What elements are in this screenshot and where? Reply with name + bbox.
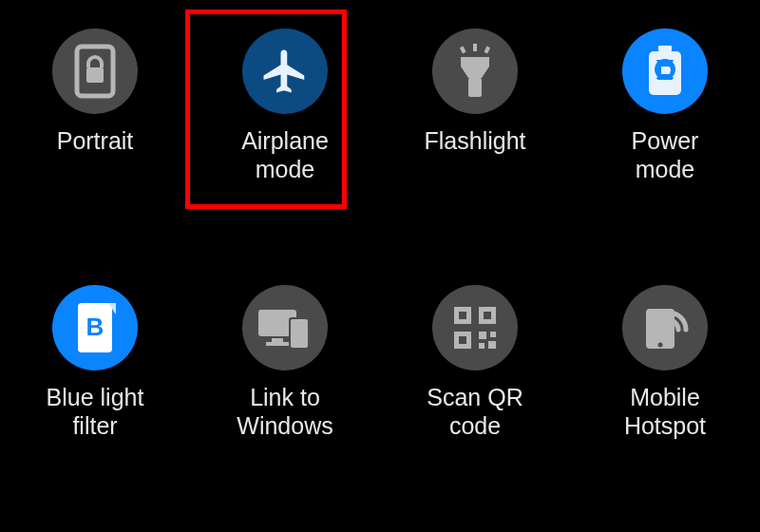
svg-rect-28 (490, 332, 496, 337)
svg-rect-7 (484, 46, 490, 53)
svg-rect-1 (86, 67, 104, 83)
tile-label: Link to Windows (209, 384, 361, 440)
tile-flashlight[interactable]: Flashlight (399, 28, 551, 156)
svg-rect-27 (479, 332, 486, 339)
svg-rect-20 (272, 338, 283, 342)
tile-label: Power mode (589, 127, 741, 183)
svg-rect-32 (484, 312, 491, 319)
portrait-lock-icon (52, 28, 138, 114)
tile-label: Scan QR code (399, 384, 551, 440)
quick-settings-panel: Portrait Airplane mode Flashlight Power … (0, 0, 760, 532)
svg-rect-31 (459, 312, 466, 319)
svg-rect-33 (459, 336, 466, 344)
svg-rect-5 (473, 44, 477, 51)
svg-text:B: B (86, 313, 104, 341)
svg-point-35 (658, 343, 663, 348)
tile-portrait[interactable]: Portrait (19, 28, 171, 156)
link-to-windows-icon (242, 285, 328, 370)
svg-rect-2 (461, 57, 489, 66)
svg-rect-8 (658, 46, 672, 51)
svg-marker-3 (461, 66, 489, 78)
svg-rect-4 (468, 78, 482, 97)
tile-label: Blue light filter (19, 384, 171, 440)
svg-rect-30 (488, 341, 496, 349)
svg-point-36 (667, 326, 673, 332)
tile-linkwin[interactable]: Link to Windows (209, 285, 361, 440)
qr-code-icon (432, 285, 518, 370)
tile-label: Mobile Hotspot (589, 384, 741, 440)
tile-power[interactable]: Power mode (589, 28, 741, 183)
tile-qr[interactable]: Scan QR code (399, 285, 551, 440)
svg-rect-23 (291, 319, 308, 348)
blue-light-filter-icon: B (52, 285, 138, 370)
tile-label: Flashlight (399, 127, 551, 156)
power-mode-icon (622, 28, 708, 114)
tile-hotspot[interactable]: Mobile Hotspot (589, 285, 741, 440)
svg-rect-6 (460, 46, 466, 53)
highlight-box (185, 10, 347, 209)
svg-rect-29 (479, 343, 484, 349)
tile-bluelight[interactable]: B Blue light filter (19, 285, 171, 440)
svg-marker-14 (656, 74, 674, 79)
svg-rect-21 (266, 342, 289, 346)
svg-marker-13 (656, 60, 674, 65)
hotspot-icon (622, 285, 708, 370)
tile-label: Portrait (19, 127, 171, 156)
flashlight-icon (432, 28, 518, 114)
